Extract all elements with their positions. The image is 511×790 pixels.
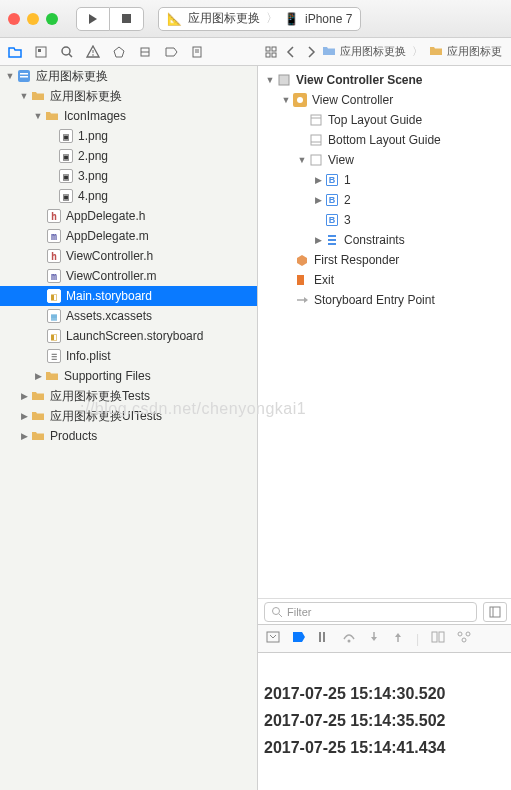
scheme-device-label: iPhone 7 — [305, 12, 352, 26]
hide-debug-button[interactable] — [266, 631, 280, 646]
debug-view-button[interactable] — [431, 631, 445, 646]
disclosure-triangle[interactable]: ▶ — [32, 371, 44, 381]
view-controller-icon — [292, 92, 308, 108]
button-icon: B — [324, 172, 340, 188]
disclosure-triangle[interactable]: ▼ — [18, 91, 30, 101]
svg-rect-51 — [432, 632, 437, 642]
test-tab[interactable] — [110, 43, 128, 61]
filter-icon — [271, 606, 283, 618]
scheme-selector[interactable]: 📐 应用图标更换 〉 📱 iPhone 7 — [158, 7, 361, 31]
project-icon — [16, 68, 32, 84]
source-control-tab[interactable] — [32, 43, 50, 61]
disclosure-triangle[interactable]: ▶ — [312, 195, 324, 205]
file-row[interactable]: mAppDelegate.m — [0, 226, 257, 246]
entry-point-row[interactable]: Storyboard Entry Point — [258, 290, 511, 310]
disclosure-triangle[interactable]: ▼ — [280, 95, 292, 105]
search-tab[interactable] — [58, 43, 76, 61]
first-responder-icon — [294, 252, 310, 268]
disclosure-triangle[interactable]: ▼ — [264, 75, 276, 85]
file-row[interactable]: hViewController.h — [0, 246, 257, 266]
view-controller-row[interactable]: ▼ View Controller — [258, 90, 511, 110]
disclosure-triangle[interactable]: ▶ — [312, 235, 324, 245]
svg-rect-42 — [267, 632, 279, 642]
project-root-row[interactable]: ▼ 应用图标更换 — [0, 66, 257, 86]
storyboard-file-icon: ◧ — [46, 328, 62, 344]
target-group-row[interactable]: ▼ 应用图标更换 — [0, 86, 257, 106]
project-navigator-tab[interactable] — [6, 43, 24, 61]
disclosure-triangle[interactable]: ▶ — [312, 175, 324, 185]
continue-button[interactable] — [318, 631, 330, 646]
first-responder-row[interactable]: First Responder — [258, 250, 511, 270]
back-button[interactable] — [282, 43, 300, 61]
button-row[interactable]: ▶B2 — [258, 190, 511, 210]
stop-button[interactable] — [110, 7, 144, 31]
console-line: 2017-07-25 15:14:41.434 — [264, 739, 445, 756]
constraints-icon — [324, 232, 340, 248]
file-row[interactable]: ▣4.png — [0, 186, 257, 206]
exit-row[interactable]: Exit — [258, 270, 511, 290]
icon-images-group-row[interactable]: ▼ IconImages — [0, 106, 257, 126]
button-row[interactable]: ▶B1 — [258, 170, 511, 190]
outline-filter-bar: Filter — [258, 598, 511, 624]
disclosure-triangle[interactable]: ▼ — [4, 71, 16, 81]
breakpoint-tab[interactable] — [162, 43, 180, 61]
view-row[interactable]: ▼ View — [258, 150, 511, 170]
supporting-files-row[interactable]: ▶ Supporting Files — [0, 366, 257, 386]
step-into-button[interactable] — [368, 631, 380, 646]
file-row[interactable]: ▣1.png — [0, 126, 257, 146]
step-over-button[interactable] — [342, 631, 356, 646]
svg-rect-23 — [279, 75, 289, 85]
file-row-selected[interactable]: ◧Main.storyboard — [0, 286, 257, 306]
related-items-icon[interactable] — [262, 43, 280, 61]
disclosure-triangle[interactable]: ▶ — [18, 431, 30, 441]
svg-point-38 — [273, 607, 280, 614]
svg-rect-34 — [297, 275, 304, 285]
button-row[interactable]: B3 — [258, 210, 511, 230]
file-row[interactable]: ▣3.png — [0, 166, 257, 186]
tests-group-row[interactable]: ▶ 应用图标更换Tests — [0, 386, 257, 406]
memory-graph-button[interactable] — [457, 631, 471, 646]
scene-row[interactable]: ▼ View Controller Scene — [258, 70, 511, 90]
document-outline: ▼ View Controller Scene ▼ View Controlle… — [258, 66, 511, 790]
close-window-button[interactable] — [8, 13, 20, 25]
outline-toggle-button[interactable] — [483, 602, 507, 622]
products-group-row[interactable]: ▶ Products — [0, 426, 257, 446]
app-icon: 📐 — [167, 12, 182, 26]
scheme-app-label: 应用图标更换 — [188, 10, 260, 27]
svg-rect-29 — [311, 155, 321, 165]
constraints-row[interactable]: ▶Constraints — [258, 230, 511, 250]
run-button[interactable] — [76, 7, 110, 31]
uitests-group-row[interactable]: ▶ 应用图标更换UITests — [0, 406, 257, 426]
disclosure-triangle[interactable]: ▶ — [18, 391, 30, 401]
disclosure-triangle[interactable]: ▼ — [32, 111, 44, 121]
bottom-layout-guide-row[interactable]: Bottom Layout Guide — [258, 130, 511, 150]
breadcrumb-app: 应用图标更换 — [340, 44, 406, 59]
svg-rect-22 — [20, 76, 28, 78]
svg-marker-12 — [166, 48, 177, 56]
issue-tab[interactable] — [84, 43, 102, 61]
file-row[interactable]: ◧LaunchScreen.storyboard — [0, 326, 257, 346]
filter-input[interactable]: Filter — [264, 602, 477, 622]
top-layout-guide-row[interactable]: Top Layout Guide — [258, 110, 511, 130]
filter-placeholder: Filter — [287, 606, 311, 618]
report-tab[interactable] — [188, 43, 206, 61]
file-row[interactable]: ▣2.png — [0, 146, 257, 166]
xcassets-file-icon: ▦ — [46, 308, 62, 324]
button-icon: B — [324, 212, 340, 228]
minimize-window-button[interactable] — [27, 13, 39, 25]
device-icon: 📱 — [284, 12, 299, 26]
file-row[interactable]: ▦Assets.xcassets — [0, 306, 257, 326]
svg-rect-1 — [122, 14, 131, 23]
file-row[interactable]: hAppDelegate.h — [0, 206, 257, 226]
file-row[interactable]: mViewController.m — [0, 266, 257, 286]
console-output[interactable]: 2017-07-25 15:14:30.520 2017-07-25 15:14… — [258, 652, 511, 790]
disclosure-triangle[interactable]: ▼ — [296, 155, 308, 165]
debug-tab[interactable] — [136, 43, 154, 61]
forward-button[interactable] — [302, 43, 320, 61]
file-row[interactable]: ≡Info.plist — [0, 346, 257, 366]
breakpoints-button[interactable] — [292, 631, 306, 646]
disclosure-triangle[interactable]: ▶ — [18, 411, 30, 421]
step-out-button[interactable] — [392, 631, 404, 646]
maximize-window-button[interactable] — [46, 13, 58, 25]
breadcrumb[interactable]: 应用图标更换 〉 应用图标更 — [322, 44, 502, 60]
